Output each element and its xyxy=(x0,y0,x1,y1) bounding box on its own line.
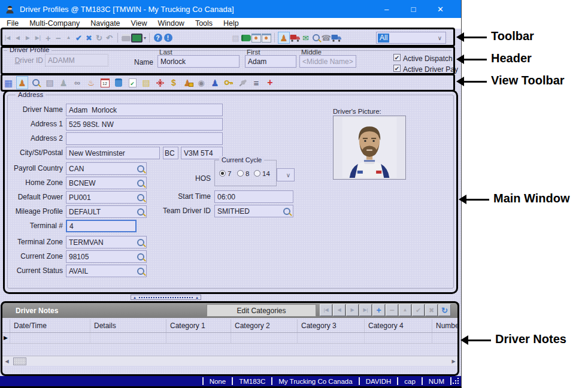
fuel-icon[interactable] xyxy=(113,76,125,89)
maintenance-icon[interactable] xyxy=(237,76,248,89)
state-field[interactable] xyxy=(163,147,178,159)
screen-view-icon[interactable]: ▾ xyxy=(131,32,146,44)
chevron-down-icon[interactable]: ∨ xyxy=(286,172,290,178)
phone-icon[interactable]: ☎ xyxy=(321,32,331,44)
minimize-button[interactable]: – xyxy=(373,0,400,18)
current-zone-lookup-button[interactable] xyxy=(135,251,146,262)
search-view-icon[interactable] xyxy=(30,76,42,89)
next-record-icon[interactable]: ▶ xyxy=(23,32,33,44)
delete-record-icon[interactable]: − xyxy=(53,32,63,44)
driver-filter-icon[interactable]: ♟ xyxy=(278,32,290,44)
help-icon[interactable]: ? xyxy=(153,32,163,44)
move-up-icon[interactable]: ▲ xyxy=(63,32,74,44)
medical-icon[interactable]: ♟ xyxy=(57,76,69,89)
horizontal-scrollbar[interactable]: ◀ ▶ xyxy=(2,356,459,366)
active-driver-pay-checkbox[interactable]: ✔ xyxy=(393,65,401,72)
notes-add-icon[interactable]: + xyxy=(372,304,385,316)
filter-combobox[interactable]: All ∨ xyxy=(376,32,446,44)
print-icon[interactable] xyxy=(121,32,131,44)
compliance-icon[interactable]: ✔ xyxy=(126,76,138,89)
menu-navigate[interactable]: Navigate xyxy=(85,19,125,28)
profile-grid-icon[interactable]: ▦ xyxy=(2,76,14,89)
find-icon[interactable] xyxy=(311,32,321,44)
binoculars-icon[interactable]: ∞ xyxy=(71,76,83,89)
scroll-left-icon[interactable]: ◀ xyxy=(3,357,11,365)
notes-clipboard-icon[interactable]: ▤ xyxy=(44,76,56,89)
chevron-down-icon[interactable]: ∨ xyxy=(438,35,442,41)
reports-icon[interactable]: ≡ xyxy=(250,76,262,89)
notes-last-icon[interactable]: ▶| xyxy=(359,304,372,316)
add-record-icon[interactable]: + xyxy=(43,32,53,44)
column-header[interactable]: Number xyxy=(432,319,459,333)
notes-delete-icon[interactable]: − xyxy=(386,304,398,316)
notes-cancel-icon[interactable]: ✖ xyxy=(425,304,438,316)
address-book-icon[interactable] xyxy=(241,32,251,44)
prev-record-icon[interactable]: ◀ xyxy=(13,32,23,44)
menu-help[interactable]: Help xyxy=(218,19,244,28)
payroll-country-field[interactable] xyxy=(66,162,147,175)
keys-icon[interactable] xyxy=(223,76,235,89)
first-record-icon[interactable]: |◀ xyxy=(2,32,13,44)
meals-icon[interactable]: ♨ xyxy=(85,76,97,89)
cancel-icon[interactable]: ✖ xyxy=(84,32,94,44)
cycle-8-radio[interactable] xyxy=(237,170,244,177)
menu-file[interactable]: File xyxy=(1,19,24,28)
notes-save-icon[interactable]: ✔ xyxy=(412,304,425,316)
first-aid-icon[interactable]: + xyxy=(264,76,276,89)
terminal-number-field[interactable] xyxy=(66,220,137,232)
menu-view[interactable]: View xyxy=(126,19,153,28)
cycle-7-radio[interactable] xyxy=(219,170,226,177)
calendar-icon[interactable]: 12 xyxy=(99,76,111,89)
notes-up-icon[interactable]: ▲ xyxy=(399,304,411,316)
driver-view-icon[interactable]: ♟ xyxy=(16,76,28,89)
menu-window[interactable]: Window xyxy=(152,19,189,28)
start-time-field[interactable] xyxy=(214,190,293,203)
window-user2-icon[interactable] xyxy=(261,32,271,44)
notes-first-icon[interactable]: |◀ xyxy=(320,304,332,316)
terminal-zone-field[interactable] xyxy=(66,236,147,248)
power-unit-icon[interactable] xyxy=(290,32,301,44)
copy-doc-icon[interactable]: ▤ xyxy=(231,32,241,44)
undo-icon[interactable]: ↶ xyxy=(104,32,114,44)
column-header[interactable]: Details xyxy=(90,319,166,333)
driver-id-field[interactable] xyxy=(45,54,108,66)
address1-field[interactable] xyxy=(66,118,223,131)
network-icon[interactable] xyxy=(154,76,166,89)
column-header[interactable]: Category 3 xyxy=(298,319,365,333)
menu-tools[interactable]: Tools xyxy=(190,19,218,28)
info-icon[interactable]: ! xyxy=(163,32,173,44)
current-zone-field[interactable] xyxy=(66,250,147,263)
last-name-field[interactable] xyxy=(157,55,240,68)
maximize-button[interactable]: □ xyxy=(400,0,427,18)
enforcement-icon[interactable]: ♟ xyxy=(209,76,221,89)
active-dispatch-checkbox[interactable]: ✔ xyxy=(393,54,401,61)
last-record-icon[interactable]: ▶| xyxy=(33,32,43,44)
column-header[interactable]: Category 1 xyxy=(166,319,231,333)
refresh-icon[interactable]: ↻ xyxy=(94,32,104,44)
middle-name-field[interactable] xyxy=(299,55,356,68)
terminal-zone-lookup-button[interactable] xyxy=(135,237,146,247)
carrier-truck-icon[interactable] xyxy=(331,32,342,44)
address2-field[interactable] xyxy=(66,132,223,145)
trailer-mail-icon[interactable]: ✉ xyxy=(301,32,311,44)
first-name-field[interactable] xyxy=(245,55,296,68)
cycle-combobox[interactable]: ∨ xyxy=(277,168,295,181)
scrollbar-thumb[interactable] xyxy=(13,357,26,365)
edit-categories-button[interactable]: Edit Categories xyxy=(207,304,316,317)
notes-refresh-icon[interactable]: ↻ xyxy=(438,304,451,316)
current-status-field[interactable] xyxy=(66,265,147,277)
column-header[interactable]: Date/Time xyxy=(10,319,90,333)
column-header[interactable]: Category 4 xyxy=(365,319,432,333)
notes-next-icon[interactable]: ▶ xyxy=(346,304,359,316)
user-security-icon[interactable]: ♟ xyxy=(181,76,193,89)
close-button[interactable]: ✕ xyxy=(427,0,454,18)
city-field[interactable] xyxy=(66,147,160,159)
memos-icon[interactable]: ▤ xyxy=(140,76,152,89)
driver-name-field[interactable] xyxy=(66,104,223,116)
camera-icon[interactable]: ◉ xyxy=(195,76,207,89)
payroll-country-lookup-button[interactable] xyxy=(135,163,146,174)
current-status-lookup-button[interactable] xyxy=(135,266,146,276)
window-user-icon[interactable] xyxy=(251,32,261,44)
save-icon[interactable]: ✔ xyxy=(74,32,84,44)
scroll-right-icon[interactable]: ▶ xyxy=(450,357,457,365)
